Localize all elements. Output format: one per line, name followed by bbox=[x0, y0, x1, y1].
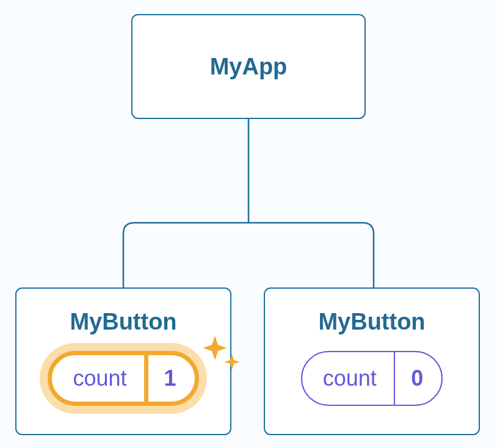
state-value: 1 bbox=[148, 355, 195, 402]
sparkle-icon bbox=[201, 334, 244, 377]
child-title: MyButton bbox=[70, 309, 176, 335]
root-title: MyApp bbox=[210, 54, 288, 80]
node-root: MyApp bbox=[131, 14, 366, 119]
child-title: MyButton bbox=[318, 309, 425, 335]
state-label: count bbox=[52, 355, 143, 402]
state-pill: count 0 bbox=[301, 351, 443, 406]
state-pill-highlighted: count 1 bbox=[48, 351, 198, 406]
state-label: count bbox=[302, 352, 394, 405]
pill-divider bbox=[144, 355, 148, 402]
node-child-right: MyButton count 0 bbox=[264, 287, 480, 435]
node-child-left: MyButton count 1 bbox=[15, 287, 231, 435]
state-value: 0 bbox=[395, 352, 441, 405]
pill-wrap: count 1 bbox=[48, 351, 198, 406]
